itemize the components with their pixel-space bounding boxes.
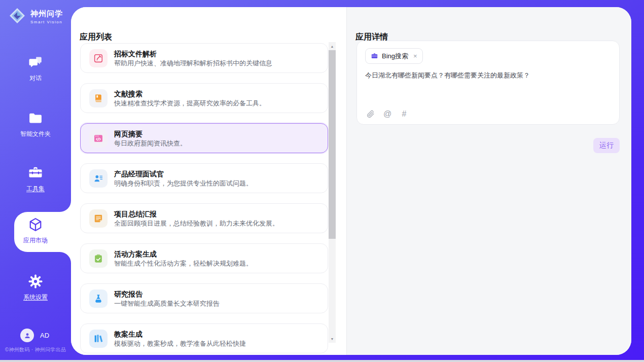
app-card-title: 网页摘要 — [114, 130, 187, 137]
app-card-desc: 智能生成个性化活动方案，轻松解决规划难题。 — [114, 260, 253, 267]
app-detail-panel: 应用详情 Bing搜索 × 今日湖北有哪些新闻要点？有哪些需要关注的最新政策？ … — [346, 7, 631, 355]
query-input[interactable]: 今日湖北有哪些新闻要点？有哪些需要关注的最新政策？ — [365, 71, 611, 97]
composer-toolbar: @ # — [366, 110, 409, 119]
app-card-desc: 每日政府新闻资讯快查。 — [114, 140, 187, 147]
app-card-title: 研究报告 — [114, 291, 220, 298]
app-card-1[interactable]: 文献搜索 快速精准查找学术资源，提高研究效率的必备工具。 — [80, 83, 328, 113]
main-content: 应用列表 招标文件解析 帮助用户快速、准确地理解和解析招标书中的关键信息 文献搜… — [71, 7, 631, 355]
app-card-0[interactable]: 招标文件解析 帮助用户快速、准确地理解和解析招标书中的关键信息 — [80, 43, 328, 73]
user-account[interactable]: AD — [20, 329, 49, 342]
gear-icon — [28, 274, 43, 289]
app-card-desc: 全面回顾项目进展，总结经验教训，助力未来优化发展。 — [114, 220, 279, 227]
tool-tag-bing-search[interactable]: Bing搜索 × — [365, 48, 423, 64]
tool-tag-label: Bing搜索 — [382, 52, 408, 61]
scroll-down-button[interactable]: ▼ — [329, 335, 336, 343]
sidebar-footer: ©神州数码 · 神州问学出品 — [0, 346, 71, 353]
app-card-5[interactable]: 活动方案生成 智能生成个性化活动方案，轻松解决规划难题。 — [80, 243, 328, 273]
brand-diamond-icon — [8, 7, 26, 27]
close-icon[interactable]: × — [413, 52, 417, 60]
tab-curve-top — [60, 201, 71, 212]
avatar — [20, 329, 34, 342]
sidebar-item-smart-folder[interactable]: 智能文件夹 — [0, 111, 71, 138]
app-card-2-selected[interactable]: 网页摘要 每日政府新闻资讯快查。 — [80, 123, 328, 153]
app-card-4[interactable]: 项目总结汇报 全面回顾项目进展，总结经验教训，助力未来优化发展。 — [80, 203, 328, 233]
app-card-title: 招标文件解析 — [114, 50, 272, 57]
run-button[interactable]: 运行 — [593, 138, 620, 153]
app-card-title: 教案生成 — [114, 331, 246, 338]
toolbox-icon — [28, 165, 43, 180]
app-card-list: 招标文件解析 帮助用户快速、准确地理解和解析招标书中的关键信息 文献搜索 快速精… — [80, 43, 328, 355]
brand-subtitle: Smart Vision — [30, 20, 63, 24]
pen-square-icon — [89, 49, 108, 67]
app-card-desc: 明确身份和职责，为您提供专业性的面试问题。 — [114, 180, 253, 187]
brand-name: 神州问学 — [30, 9, 63, 19]
paperclip-icon[interactable] — [366, 110, 375, 119]
sidebar-item-label: 智能文件夹 — [0, 130, 71, 138]
note-icon — [89, 209, 108, 228]
bottom-edge — [0, 360, 644, 362]
app-card-7[interactable]: 教案生成 模板驱动，教案秒成，教学准备从此轻松快捷 — [80, 323, 328, 353]
research-icon — [89, 289, 108, 308]
scrollbar-thumb[interactable] — [329, 50, 336, 239]
sidebar-item-settings[interactable]: 系统设置 — [0, 274, 71, 302]
app-card-desc: 模板驱动，教案秒成，教学准备从此轻松快捷 — [114, 340, 246, 347]
app-list-panel: 应用列表 招标文件解析 帮助用户快速、准确地理解和解析招标书中的关键信息 文献搜… — [71, 7, 346, 355]
sidebar-item-label: 应用市场 — [0, 236, 71, 245]
scrollbar[interactable]: ▲ ▼ — [329, 42, 336, 343]
books-icon — [89, 330, 108, 348]
sidebar-item-toolset[interactable]: 工具集 — [0, 165, 71, 193]
app-card-title: 项目总结汇报 — [114, 210, 279, 218]
folder-icon — [28, 111, 43, 126]
user-label: AD — [40, 332, 49, 339]
query-card: Bing搜索 × 今日湖北有哪些新闻要点？有哪些需要关注的最新政策？ @ # — [356, 41, 620, 125]
app-card-title: 活动方案生成 — [114, 250, 253, 258]
hash-icon[interactable]: # — [400, 110, 409, 119]
app-card-title: 产品经理面试官 — [114, 170, 253, 177]
sidebar: 神州问学 Smart Vision 对话 智能文件夹 工具集 应用市场 — [0, 0, 71, 362]
mention-icon[interactable]: @ — [383, 110, 392, 119]
interviewer-icon — [89, 169, 108, 188]
cube-icon — [28, 217, 43, 232]
briefcase-icon — [371, 52, 378, 60]
sidebar-item-label: 对话 — [0, 74, 71, 83]
app-list-title: 应用列表 — [80, 32, 112, 43]
sidebar-item-label: 工具集 — [0, 185, 71, 193]
book-icon — [89, 89, 108, 107]
browser-code-icon — [89, 129, 108, 148]
app-card-title: 文献搜索 — [114, 90, 266, 97]
brand-logo: 神州问学 Smart Vision — [8, 7, 63, 27]
chat-icon — [28, 55, 43, 70]
clipboard-check-icon — [89, 249, 108, 268]
sidebar-item-label: 系统设置 — [0, 293, 71, 302]
app-card-6[interactable]: 研究报告 一键智能生成高质量长文本研究报告 — [80, 283, 328, 313]
app-card-3[interactable]: 产品经理面试官 明确身份和职责，为您提供专业性的面试问题。 — [80, 163, 328, 193]
app-card-desc: 一键智能生成高质量长文本研究报告 — [114, 300, 220, 307]
scroll-up-button[interactable]: ▲ — [329, 42, 336, 50]
sidebar-item-chat[interactable]: 对话 — [0, 55, 71, 83]
sidebar-item-app-market[interactable]: 应用市场 — [0, 217, 71, 245]
app-card-desc: 快速精准查找学术资源，提高研究效率的必备工具。 — [114, 100, 266, 106]
tab-curve-bottom — [60, 252, 71, 263]
app-card-desc: 帮助用户快速、准确地理解和解析招标书中的关键信息 — [114, 60, 272, 66]
